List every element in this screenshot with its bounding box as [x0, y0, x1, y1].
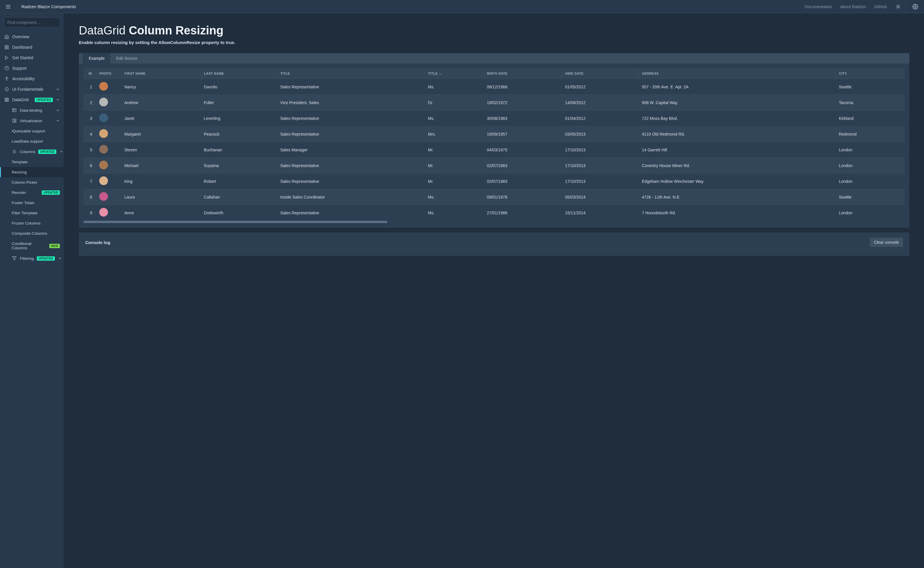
cell-city: London — [836, 205, 905, 221]
table-icon — [12, 108, 17, 113]
table-row[interactable]: 4MargaretPeacockSales RepresentativeMrs.… — [83, 126, 905, 142]
clear-console-button[interactable]: Clear console — [870, 238, 903, 247]
cell-photo — [96, 189, 121, 205]
cell-id: 3 — [83, 110, 96, 126]
sidebar-item-get-started[interactable]: Get Started — [0, 53, 64, 63]
nav-link-about[interactable]: About Radzen — [840, 5, 866, 9]
menu-toggle-button[interactable] — [3, 2, 13, 11]
chevron-up-icon — [56, 119, 60, 123]
cell-photo — [96, 110, 121, 126]
sidebar-item-overview[interactable]: Overview — [0, 32, 64, 42]
column-header[interactable]: PHOTO — [96, 68, 121, 79]
cell-city: Seattle — [836, 79, 905, 95]
column-header[interactable]: ID — [83, 68, 96, 79]
settings-button[interactable] — [910, 2, 921, 12]
svg-marker-6 — [5, 56, 8, 59]
column-header[interactable]: FIRST NAME — [121, 68, 201, 79]
cell-title: Sales Representative — [277, 158, 425, 174]
page-title: DataGrid Column Resizing — [79, 24, 909, 37]
column-header[interactable]: CITY — [836, 68, 905, 79]
horizontal-scrollbar[interactable] — [83, 221, 905, 223]
column-header[interactable]: TITLE … — [425, 68, 484, 79]
sidebar-item-label: Conditional Columns — [12, 242, 46, 250]
sidebar-scroll[interactable]: OverviewDashboardGet StartedSupportAcces… — [0, 32, 64, 568]
cell-id: 8 — [83, 189, 96, 205]
cell-title: Inside Sales Coordinator — [277, 189, 425, 205]
sidebar-item-datagrid[interactable]: DataGridUPDATED — [0, 94, 64, 105]
table-row[interactable]: 2AndrewFullerVice President, SalesDr.19/… — [83, 95, 905, 110]
cell-last-name: Callahan — [201, 189, 277, 205]
search-input[interactable] — [4, 18, 60, 27]
table-row[interactable]: 9AnneDodsworthSales RepresentativeMs.27/… — [83, 205, 905, 221]
sidebar-item-frozen-columns[interactable]: Frozen Columns — [0, 218, 64, 228]
sidebar-item-iqueryable-support[interactable]: IQueryable support — [0, 126, 64, 136]
cell-title-of-courtesy: Mr. — [425, 174, 484, 189]
chevron-down-icon — [56, 108, 60, 112]
divider — [906, 1, 906, 12]
table-row[interactable]: 8LauraCallahanInside Sales CoordinatorMs… — [83, 189, 905, 205]
sidebar-item-accessibility[interactable]: Accessibility — [0, 74, 64, 84]
cell-first-name: Margaret — [121, 126, 201, 142]
sidebar-item-support[interactable]: Support — [0, 63, 64, 74]
sidebar-item-conditional-columns[interactable]: Conditional ColumnsNEW — [0, 239, 64, 253]
svg-point-9 — [6, 77, 7, 77]
sidebar-item-virtualization[interactable]: Virtualization — [0, 115, 64, 126]
theme-toggle-button[interactable] — [893, 2, 903, 12]
table-row[interactable]: 3JanetLeverlingSales RepresentativeMs.30… — [83, 110, 905, 126]
sidebar-item-data-binding[interactable]: Data-binding — [0, 105, 64, 115]
sidebar-item-filter-template[interactable]: Filter Template — [0, 208, 64, 218]
nav-link-documentation[interactable]: Documentation — [804, 5, 832, 9]
table-row[interactable]: 1NancyDavolioSales RepresentativeMs.08/1… — [83, 79, 905, 95]
cell-last-name: Davolio — [201, 79, 277, 95]
sidebar-item-composite-columns[interactable]: Composite Columns — [0, 228, 64, 239]
scrollbar-thumb[interactable] — [83, 221, 387, 223]
tab-edit-source[interactable]: Edit Source — [110, 53, 143, 63]
sidebar-item-resizing[interactable]: Resizing — [0, 167, 64, 177]
column-header[interactable]: HIRE DATE — [562, 68, 639, 79]
cell-first-name: Andrew — [121, 95, 201, 110]
cell-last-name: Suyama — [201, 158, 277, 174]
cell-id: 2 — [83, 95, 96, 110]
column-header[interactable]: TITLE — [277, 68, 425, 79]
cell-hire-date: 14/08/2012 — [562, 95, 639, 110]
cell-id: 4 — [83, 126, 96, 142]
sidebar-item-column-picker[interactable]: Column Picker — [0, 177, 64, 187]
column-header[interactable]: ADDRESS — [639, 68, 836, 79]
table-row[interactable]: 7KingRobertSales RepresentativeMr.02/07/… — [83, 174, 905, 189]
table-row[interactable]: 5StevenBuchananSales ManagerMr.04/03/197… — [83, 142, 905, 158]
svg-marker-25 — [12, 257, 16, 260]
page-title-thin: DataGrid — [79, 24, 129, 37]
sidebar-item-label: Dashboard — [12, 45, 60, 50]
sidebar-item-dashboard[interactable]: Dashboard — [0, 42, 64, 53]
tab-example[interactable]: Example — [83, 53, 110, 63]
sidebar-item-label: Filtering — [20, 256, 34, 261]
sidebar-item-label: Data-binding — [20, 108, 53, 113]
svg-rect-2 — [5, 45, 6, 47]
sidebar-item-footer-totals[interactable]: Footer Totals — [0, 198, 64, 208]
cell-address: 7 Houndstooth Rd. — [639, 205, 836, 221]
svg-rect-4 — [5, 48, 6, 49]
column-header[interactable]: BIRTH DATE — [484, 68, 562, 79]
sidebar-item-loaddata-support[interactable]: LoadData support — [0, 136, 64, 147]
nav-link-github[interactable]: GitHub — [874, 5, 887, 9]
table-row[interactable]: 6MichaelSuyamaSales RepresentativeMr.02/… — [83, 158, 905, 174]
sidebar-item-reorder[interactable]: ReorderUPDATED — [0, 187, 64, 198]
cell-title-of-courtesy: Ms. — [425, 110, 484, 126]
sidebar-item-filtering[interactable]: FilteringUPDATED — [0, 253, 64, 264]
sidebar-item-template[interactable]: Template — [0, 157, 64, 167]
cell-address: 908 W. Capital Way — [639, 95, 836, 110]
cell-title-of-courtesy: Ms. — [425, 79, 484, 95]
topbar: Radzen Blazor Components Documentation A… — [0, 0, 924, 14]
sidebar-item-columns[interactable]: ColumnsUPDATED — [0, 147, 64, 157]
cell-birth-date: 02/07/1983 — [484, 174, 562, 189]
accessibility-icon — [4, 76, 9, 81]
sidebar-item-ui-fundamentals[interactable]: UI Fundamentals — [0, 84, 64, 94]
column-header[interactable]: LAST NAME — [201, 68, 277, 79]
hamburger-icon — [6, 4, 11, 9]
cell-address: 14 Garrett Hill — [639, 142, 836, 158]
virtualization-icon — [12, 118, 17, 123]
badge-updated: UPDATED — [37, 256, 55, 261]
cell-photo — [96, 126, 121, 142]
cell-title-of-courtesy: Mr. — [425, 158, 484, 174]
cell-first-name: Nancy — [121, 79, 201, 95]
